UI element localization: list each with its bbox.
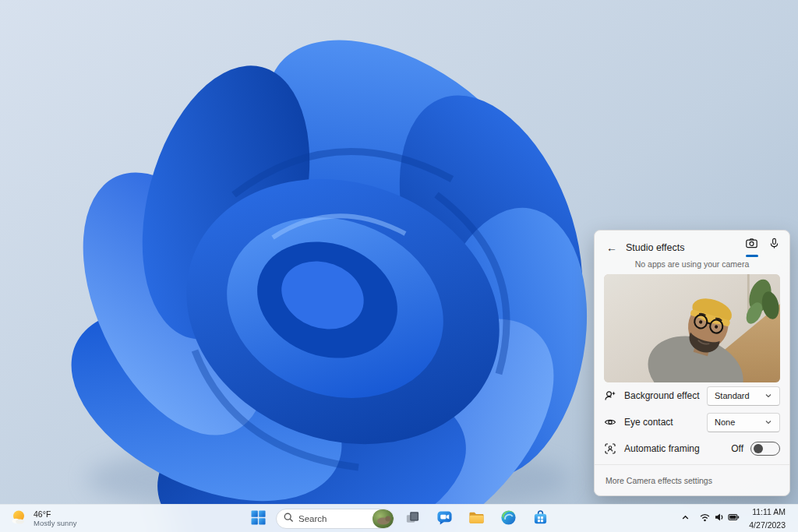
weather-temperature: 46°F: [34, 509, 76, 519]
tab-camera[interactable]: [745, 238, 758, 257]
device-tabs: [745, 238, 780, 257]
studio-effects-flyout: ← Studio effects: [594, 230, 790, 496]
background-effect-dropdown[interactable]: Standard: [707, 386, 780, 406]
chevron-up-icon: [681, 513, 690, 524]
tab-microphone[interactable]: [768, 238, 780, 257]
chevron-down-icon: [764, 392, 772, 400]
panel-footer: More Camera effects settings: [595, 464, 789, 495]
search-box[interactable]: Search: [276, 509, 394, 529]
background-effect-icon: [604, 389, 616, 402]
tray-expand-button[interactable]: [677, 508, 694, 530]
eye-contact-value: None: [715, 417, 735, 427]
widgets-weather-button[interactable]: 46°F Mostly sunny: [0, 505, 89, 532]
camera-icon: [745, 238, 758, 252]
file-explorer-button[interactable]: [462, 507, 490, 530]
clock-button[interactable]: 11:11 AM 4/27/2023: [745, 508, 789, 530]
store-icon: [532, 509, 549, 528]
automatic-framing-icon: [604, 442, 616, 455]
system-tray: 11:11 AM 4/27/2023: [677, 505, 798, 532]
panel-header: ← Studio effects: [595, 231, 789, 257]
automatic-framing-state: Off: [731, 443, 743, 454]
eye-contact-row: Eye contact None: [595, 409, 789, 435]
camera-status-text: No apps are using your camera: [595, 259, 789, 269]
microphone-icon: [768, 238, 780, 252]
search-icon: [284, 512, 294, 526]
chevron-down-icon: [764, 418, 772, 426]
camera-preview: [604, 274, 780, 382]
edge-icon: [500, 509, 517, 528]
toggle-knob: [754, 444, 763, 453]
automatic-framing-toggle[interactable]: [750, 442, 780, 456]
chat-icon: [436, 509, 453, 528]
clock-date: 4/27/2023: [749, 520, 786, 530]
store-button[interactable]: [526, 507, 554, 530]
chat-button[interactable]: [430, 507, 458, 530]
back-button[interactable]: ←: [602, 239, 621, 256]
edge-button[interactable]: [494, 507, 522, 530]
weather-icon: [10, 509, 27, 529]
taskbar-center: Search: [244, 505, 554, 532]
search-highlight-image: [373, 509, 394, 528]
volume-icon: [714, 512, 725, 525]
eye-contact-label: Eye contact: [624, 417, 673, 428]
task-view-button[interactable]: [398, 507, 426, 530]
automatic-framing-label: Automatic framing: [624, 443, 700, 454]
background-effect-value: Standard: [715, 391, 750, 400]
search-label: Search: [298, 514, 327, 523]
more-camera-settings-link[interactable]: More Camera effects settings: [606, 476, 712, 485]
start-button[interactable]: [244, 507, 272, 530]
automatic-framing-row: Automatic framing Off: [595, 435, 789, 462]
file-explorer-icon: [468, 509, 485, 528]
active-tab-indicator: [746, 255, 758, 257]
wifi-icon: [699, 512, 711, 525]
background-effect-row: Background effect Standard: [595, 382, 789, 409]
weather-condition: Mostly sunny: [34, 519, 76, 527]
windows-logo-icon: [251, 510, 266, 527]
clock-time: 11:11 AM: [752, 507, 786, 517]
task-view-icon: [404, 509, 421, 528]
eye-contact-icon: [604, 416, 616, 428]
quick-settings-button[interactable]: [695, 508, 743, 530]
eye-contact-dropdown[interactable]: None: [707, 413, 780, 432]
taskbar: 46°F Mostly sunny: [0, 504, 798, 532]
background-effect-label: Background effect: [624, 390, 700, 401]
battery-icon: [728, 513, 740, 524]
panel-title: Studio effects: [626, 242, 685, 253]
